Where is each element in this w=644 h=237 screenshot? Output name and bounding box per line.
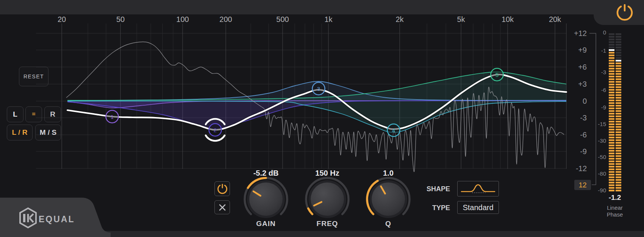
meter-segment <box>609 134 614 136</box>
band-node-circle[interactable] <box>106 111 119 123</box>
mode-lr-button[interactable]: L / R <box>7 125 33 140</box>
meter-segment <box>609 89 614 91</box>
meter-segment <box>616 92 621 94</box>
band-enable-button[interactable] <box>214 181 230 196</box>
meter-segment <box>616 150 621 152</box>
band-2-fill <box>67 101 566 129</box>
meter-segment <box>609 44 614 46</box>
meter-segment <box>609 81 614 83</box>
reset-button[interactable]: RESET <box>19 67 48 86</box>
meter-segment <box>609 94 614 96</box>
meter-segment <box>616 123 621 125</box>
meter-segment <box>609 168 614 170</box>
meter-scale-label: -15 <box>598 121 606 127</box>
freq-axis-label: 100 <box>176 15 189 23</box>
band-3-fill <box>67 81 566 101</box>
meter-segment <box>616 145 621 147</box>
channel-right-button[interactable]: R <box>44 106 61 122</box>
meter-segment <box>609 155 614 157</box>
meter-scale-label: -6 <box>601 87 606 93</box>
meter-segment <box>616 52 621 54</box>
meter-segment <box>616 65 621 67</box>
phase-mode-line1[interactable]: Linear <box>600 204 630 211</box>
type-label: TYPE <box>416 204 450 212</box>
meter-segment <box>609 49 614 51</box>
band-node-number: 5 <box>496 72 499 78</box>
freq-knob[interactable] <box>303 175 352 224</box>
band-node-circle[interactable] <box>209 124 222 136</box>
shape-selector[interactable] <box>457 181 499 196</box>
meter-segment <box>609 68 614 70</box>
knob-graphic <box>364 175 413 224</box>
meter-scale-label: -9 <box>601 104 606 111</box>
freq-axis-label: 2k <box>395 15 404 23</box>
meter-segment <box>616 182 621 184</box>
meter-segment <box>616 62 621 64</box>
band-1-fill <box>67 101 566 108</box>
meter-segment <box>616 179 621 181</box>
meter-segment <box>609 118 614 120</box>
band-node-2[interactable]: 2 <box>206 119 225 141</box>
phase-mode-line2[interactable]: Phase <box>600 211 630 218</box>
type-selector[interactable]: Standard <box>457 201 499 214</box>
meter-segment <box>609 65 614 67</box>
meter-segment <box>616 47 621 48</box>
meter-segment <box>609 158 614 160</box>
meter-segment <box>616 110 621 112</box>
meter-column-right <box>616 33 621 192</box>
band-node-1[interactable]: 1 <box>106 111 119 123</box>
band-node-3[interactable]: 3 <box>313 83 325 95</box>
meter-segment <box>616 158 621 160</box>
meter-segment <box>609 139 614 141</box>
band-node-circle[interactable] <box>388 124 400 137</box>
shape-label: SHAPE <box>416 185 450 193</box>
channel-left-button[interactable]: L <box>7 106 23 122</box>
knob-body <box>249 182 283 216</box>
meter-segment <box>616 60 621 62</box>
band-remove-button[interactable] <box>214 200 230 214</box>
meter-segment <box>609 115 614 117</box>
gain-axis-label: -12 <box>576 164 587 173</box>
selection-bracket-right <box>206 119 225 124</box>
meter-segment <box>609 137 614 139</box>
meter-segment <box>609 33 614 35</box>
meter-segment <box>616 137 621 139</box>
meter-segment <box>609 182 614 184</box>
meter-segment <box>616 142 621 144</box>
x-icon <box>217 203 227 212</box>
band-node-circle[interactable] <box>313 83 325 95</box>
meter-segment <box>616 113 621 115</box>
freq-axis-label: 50 <box>116 15 125 23</box>
meter-segment <box>609 84 614 86</box>
meter-segment <box>616 44 621 46</box>
freq-knob-label: FREQ <box>297 220 358 228</box>
channel-link-button[interactable]: = <box>25 106 42 122</box>
meter-segment <box>609 60 614 62</box>
meter-segment <box>609 161 614 162</box>
gain-knob[interactable] <box>241 175 291 224</box>
meter-segment <box>616 139 621 141</box>
meter-segment <box>609 126 614 128</box>
q-knob[interactable] <box>364 175 413 224</box>
band-node-4[interactable]: 4 <box>388 124 400 137</box>
meter-segment <box>616 115 621 117</box>
meter-segment <box>616 68 621 70</box>
meter-segment <box>616 184 621 186</box>
meter-segment <box>616 105 621 107</box>
range-bracket <box>589 33 596 185</box>
band-node-circle[interactable] <box>491 69 503 81</box>
meter-segment <box>616 76 621 78</box>
gain-axis-label: +12 <box>574 29 587 37</box>
master-power-button[interactable] <box>616 4 633 21</box>
meter-segment <box>609 123 614 125</box>
knob-graphic <box>303 175 352 224</box>
meter-segment <box>609 184 614 186</box>
freq-axis-label: 500 <box>276 15 289 23</box>
meter-segment <box>609 190 614 192</box>
band-node-5[interactable]: 5 <box>491 69 503 81</box>
meter-segment <box>609 39 614 41</box>
meter-segment <box>609 153 614 154</box>
mode-ms-button[interactable]: M / S <box>35 125 61 140</box>
selection-bracket-left <box>206 136 225 141</box>
range-selector[interactable]: 12 <box>574 180 591 190</box>
